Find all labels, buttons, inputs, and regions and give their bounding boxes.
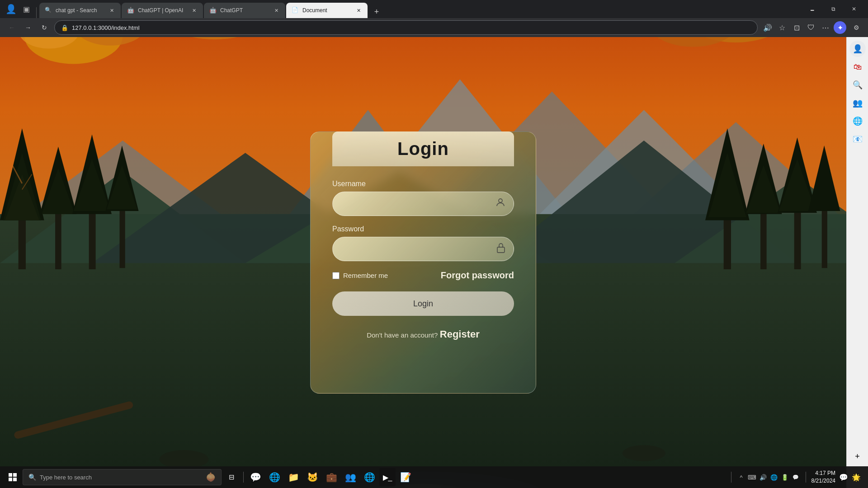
- tray-volume[interactable]: 🔊: [759, 473, 768, 482]
- tab-document[interactable]: 📄 Document ✕: [286, 3, 368, 18]
- clock-date: 8/21/2024: [811, 477, 835, 485]
- notifications-icon[interactable]: 💬: [839, 473, 848, 482]
- login-card: Login Username Password: [310, 131, 536, 394]
- tab-chatgpt2[interactable]: 🤖 ChatGPT ✕: [204, 3, 285, 18]
- taskbar-terminal-icon[interactable]: ▶_: [379, 468, 396, 486]
- tray-notification[interactable]: 💬: [791, 473, 800, 482]
- svg-rect-65: [9, 478, 12, 481]
- password-input[interactable]: [332, 237, 514, 261]
- remember-me-text: Remember me: [343, 272, 388, 279]
- browser-essentials-icon[interactable]: 🛡: [805, 21, 817, 34]
- login-button[interactable]: Login: [332, 291, 514, 316]
- taskbar-right: ^ ⌨ 🔊 🌐 🔋 💬 4:17 PM 8/21/2024 💬 🌟: [729, 469, 864, 485]
- taskbar-linkedin-icon[interactable]: 💼: [322, 468, 340, 486]
- tray-network[interactable]: 🌐: [769, 473, 778, 482]
- tray-battery[interactable]: 🔋: [780, 473, 789, 482]
- edge-copilot-icon[interactable]: ✦: [834, 21, 846, 34]
- sidebar-copilot-icon[interactable]: 🌐: [849, 113, 866, 129]
- username-input[interactable]: [332, 192, 514, 216]
- tab-title-document: Document: [302, 7, 351, 14]
- tab-divider: [36, 7, 37, 18]
- tab-close-chatgpt1[interactable]: ✕: [190, 7, 198, 14]
- taskbar-search-text: Type here to search: [40, 474, 92, 481]
- taskbar-time[interactable]: 4:17 PM 8/21/2024: [811, 469, 835, 485]
- tab-search[interactable]: 🔍 chat gpt - Search ✕: [39, 3, 121, 18]
- svg-rect-66: [13, 478, 17, 481]
- profile-icon[interactable]: 👤: [4, 0, 18, 18]
- refresh-button[interactable]: ↻: [38, 21, 51, 34]
- taskbar-github-icon[interactable]: 🐱: [303, 468, 321, 486]
- restore-button[interactable]: ⧉: [823, 0, 844, 18]
- tab-favicon-document: 📄: [292, 7, 299, 14]
- taskbar: 🔍 Type here to search 🧅 ⊟ 💬 🌐 📁 🐱 💼 👥 🌐 …: [0, 466, 868, 488]
- url-text: 127.0.0.1:3000/index.html: [72, 24, 140, 31]
- start-button[interactable]: [4, 468, 22, 486]
- taskbar-divider1: [243, 472, 244, 483]
- edge-sidebar: 👤 🛍 🔍 👥 🌐 📧 + ⚙: [846, 37, 868, 488]
- read-aloud-icon[interactable]: 🔊: [761, 21, 774, 34]
- sidebar-add-icon[interactable]: +: [849, 448, 866, 465]
- back-button[interactable]: ←: [5, 21, 18, 34]
- new-tab-button[interactable]: +: [370, 5, 383, 18]
- register-link[interactable]: Register: [440, 328, 480, 340]
- sidebar-outlook-icon[interactable]: 📧: [849, 131, 866, 147]
- address-bar: ← → ↻ 🔒 127.0.0.1:3000/index.html 🔊 ☆ ⊡ …: [0, 18, 868, 37]
- taskbar-divider2: [731, 472, 731, 483]
- taskbar-edge-app-icon[interactable]: 🌐: [360, 468, 378, 486]
- no-account-text: Don't have an account?: [367, 331, 438, 339]
- lock-icon: [496, 242, 506, 256]
- sidebar-profile-icon[interactable]: 👤: [849, 41, 866, 57]
- svg-point-56: [623, 445, 665, 461]
- favorites-icon[interactable]: ☆: [776, 21, 788, 34]
- background: Login Username Password: [0, 37, 846, 488]
- more-tools-icon[interactable]: ⋯: [819, 21, 832, 34]
- password-label: Password: [332, 225, 364, 233]
- edge-sidebar-toggle[interactable]: 🌟: [852, 473, 861, 482]
- taskbar-discord-icon[interactable]: 💬: [246, 468, 264, 486]
- sidebar-shopping-icon[interactable]: 🛍: [849, 59, 866, 75]
- url-display: 127.0.0.1:3000/index.html: [72, 24, 140, 31]
- forward-button[interactable]: →: [22, 21, 34, 34]
- taskbar-divider3: [806, 472, 806, 483]
- remember-forgot-row: Remember me Forgot password: [332, 270, 514, 281]
- collections-icon[interactable]: ⊡: [790, 21, 803, 34]
- close-button[interactable]: ✕: [844, 0, 864, 18]
- taskbar-teams-icon[interactable]: 👥: [341, 468, 359, 486]
- taskbar-chrome-icon[interactable]: 🌐: [265, 468, 283, 486]
- sidebar-discover-icon[interactable]: 👥: [849, 95, 866, 111]
- minimize-button[interactable]: 🗕: [802, 0, 823, 18]
- clock-time: 4:17 PM: [811, 469, 835, 477]
- taskbar-search-icon: 🔍: [28, 474, 36, 481]
- tab-close-chatgpt2[interactable]: ✕: [273, 7, 280, 14]
- workspaces-icon[interactable]: ▣: [19, 0, 33, 18]
- tab-close-search[interactable]: ✕: [108, 7, 115, 14]
- main-content: Login Username Password: [0, 37, 846, 488]
- login-title-tab: Login: [332, 131, 514, 166]
- tab-chatgpt1[interactable]: 🤖 ChatGPT | OpenAI ✕: [122, 3, 203, 18]
- tray-keyboard[interactable]: ⌨: [748, 473, 757, 482]
- user-icon: [495, 197, 506, 211]
- username-wrapper: [332, 192, 514, 216]
- toolbar-icons: 🔊 ☆ ⊡ 🛡 ⋯ ✦: [761, 21, 846, 34]
- taskbar-vscode-icon[interactable]: 📝: [396, 468, 415, 486]
- task-view-button[interactable]: ⊟: [222, 468, 241, 486]
- address-input[interactable]: 🔒 127.0.0.1:3000/index.html: [54, 20, 758, 35]
- settings-icon[interactable]: ⚙: [850, 21, 863, 34]
- tray-chevron[interactable]: ^: [737, 473, 746, 482]
- username-label: Username: [332, 180, 366, 188]
- register-row: Don't have an account? Register: [367, 328, 480, 340]
- security-icon: 🔒: [61, 24, 68, 31]
- svg-rect-62: [497, 247, 505, 253]
- tab-favicon-chatgpt1: 🤖: [127, 7, 134, 14]
- sidebar-search-icon[interactable]: 🔍: [849, 77, 866, 93]
- svg-rect-64: [13, 473, 17, 477]
- remember-me-label[interactable]: Remember me: [332, 272, 388, 279]
- window-controls: 🗕 ⧉ ✕: [802, 0, 864, 18]
- forgot-password-link[interactable]: Forgot password: [441, 270, 514, 281]
- login-title: Login: [354, 139, 492, 159]
- tab-close-document[interactable]: ✕: [355, 7, 362, 14]
- remember-checkbox[interactable]: [332, 272, 340, 279]
- browser-chrome: 👤 ▣ 🔍 chat gpt - Search ✕ 🤖 ChatGPT | Op…: [0, 0, 868, 37]
- search-bar[interactable]: 🔍 Type here to search 🧅: [23, 469, 222, 485]
- taskbar-files-icon[interactable]: 📁: [284, 468, 302, 486]
